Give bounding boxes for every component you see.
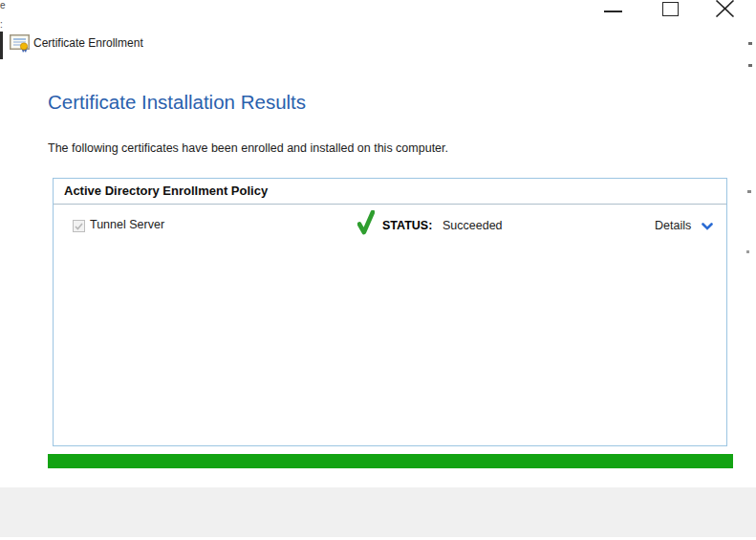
left-edge-artifact: e: [0, 1, 6, 11]
left-edge-artifact: [0, 32, 3, 59]
panel-header: Active Directory Enrollment Policy: [64, 184, 268, 198]
window-title: Certificate Enrollment: [33, 35, 143, 52]
status-label: STATUS:: [382, 219, 432, 232]
progress-bar: [48, 454, 733, 468]
close-button[interactable]: [714, 0, 736, 17]
maximize-button[interactable]: [662, 2, 679, 16]
checkbox-check-icon: [75, 223, 83, 230]
certificate-name: Tunnel Server: [90, 218, 164, 231]
right-edge-artifact: [746, 250, 749, 253]
certificate-checkbox[interactable]: [73, 220, 85, 232]
enrollment-policy-panel: Active Directory Enrollment Policy Tunne…: [53, 178, 727, 446]
chevron-down-icon[interactable]: [702, 223, 713, 230]
panel-separator: [54, 204, 726, 205]
right-edge-artifact: [748, 42, 752, 45]
right-edge-artifact: [747, 190, 751, 193]
footer-bar: Finish: [0, 487, 756, 537]
page-description: The following certificates have been enr…: [48, 141, 448, 155]
minimize-button[interactable]: [604, 11, 622, 12]
page-title: Certificate Installation Results: [48, 91, 306, 114]
certificate-enrollment-window: e : Certificate Enrollment Certificate I…: [0, 0, 756, 540]
status-value: Succeeded: [443, 219, 503, 232]
details-link[interactable]: Details: [655, 219, 691, 232]
success-check-icon: [357, 210, 375, 235]
left-edge-artifact: :: [0, 20, 3, 30]
right-edge-artifact: [748, 64, 752, 67]
certificate-icon: [10, 34, 30, 53]
